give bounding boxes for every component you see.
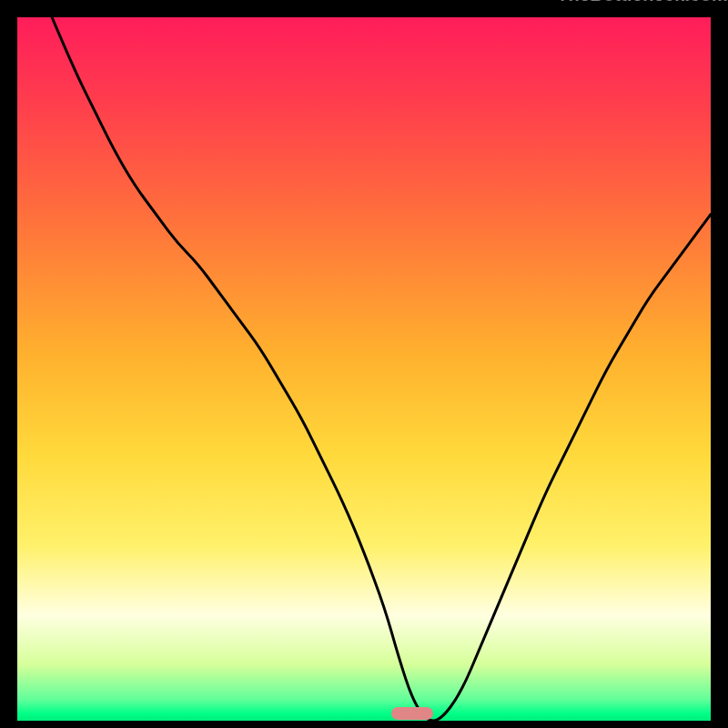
watermark-text: TheBottleneck.com [557,0,728,4]
plot-area [17,17,711,721]
bottleneck-curve [17,17,711,721]
optimal-marker [391,707,433,720]
chart-frame: TheBottleneck.com [0,0,728,728]
